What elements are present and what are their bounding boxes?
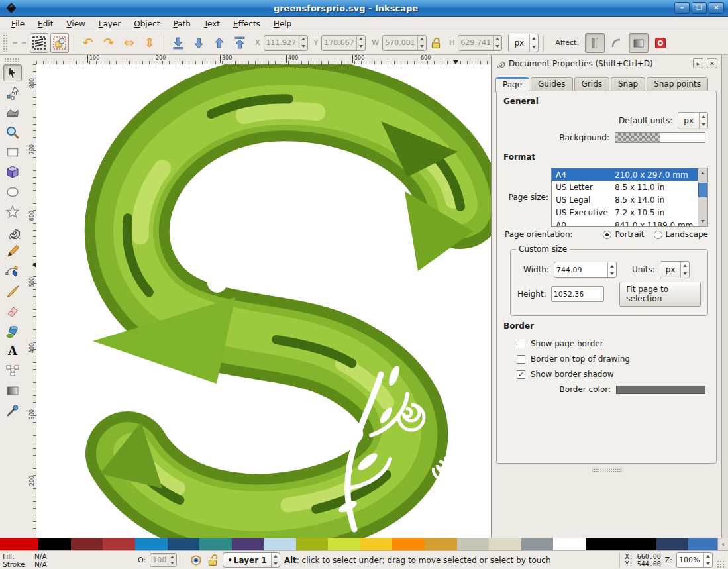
panel-close-button[interactable]: ✕ <box>707 58 717 68</box>
dropdown-arrows-icon[interactable] <box>680 262 689 278</box>
title-bar[interactable]: greensforsprio.svg - Inkscape – ❐ ✕ <box>0 0 728 17</box>
tool-text-button[interactable]: A <box>3 342 22 360</box>
toolbar-grip[interactable] <box>3 34 8 52</box>
palette-swatch[interactable] <box>457 538 490 550</box>
layer-visibility-eye-icon[interactable] <box>189 555 203 566</box>
h-field[interactable] <box>458 35 502 51</box>
x-field[interactable] <box>264 35 308 51</box>
menu-text[interactable]: Text <box>198 18 226 30</box>
palette-swatch[interactable] <box>425 538 457 550</box>
scale-corners-toggle[interactable] <box>607 33 627 53</box>
tool-rectangle-button[interactable] <box>3 144 22 161</box>
page-size-row-us-letter[interactable]: US Letter8.5 x 11.0 in <box>552 181 698 193</box>
menu-path[interactable]: Path <box>167 18 196 30</box>
palette-swatch[interactable] <box>656 538 689 550</box>
tool-tweak-button[interactable] <box>3 104 22 121</box>
tool-selector-button[interactable] <box>3 64 22 81</box>
page-size-row-us-legal[interactable]: US Legal8.5 x 14.0 in <box>552 193 698 206</box>
tool-eraser-button[interactable] <box>3 303 22 320</box>
tool-gradient-button[interactable] <box>3 382 22 399</box>
zoom-field[interactable] <box>676 552 713 568</box>
close-button[interactable]: ✕ <box>709 2 724 14</box>
palette-swatch[interactable] <box>199 538 232 550</box>
palette-swatch[interactable] <box>328 538 360 550</box>
default-units-dropdown[interactable]: px <box>678 112 708 129</box>
scroll-down-icon[interactable] <box>698 217 707 226</box>
menu-help[interactable]: Help <box>268 18 297 30</box>
maximize-button[interactable]: ❐ <box>692 2 707 14</box>
raise-button[interactable] <box>210 33 229 53</box>
raise-to-top-button[interactable] <box>231 33 249 53</box>
menu-edit[interactable]: Edit <box>32 18 59 30</box>
tool-paint-bucket-button[interactable] <box>3 323 22 340</box>
palette-swatch[interactable] <box>521 538 554 550</box>
spinner-arrows-icon[interactable] <box>493 36 501 50</box>
custom-units-dropdown[interactable]: px <box>660 261 690 278</box>
background-color-swatch[interactable] <box>615 132 705 143</box>
menu-file[interactable]: File <box>5 18 30 30</box>
spinner-arrows-icon[interactable] <box>168 554 176 566</box>
y-field[interactable] <box>321 35 366 51</box>
scroll-up-icon[interactable] <box>698 168 707 178</box>
palette-swatch[interactable] <box>392 538 425 550</box>
window-resize-grip[interactable] <box>717 560 725 569</box>
palette-swatch[interactable] <box>489 538 521 550</box>
menu-object[interactable]: Object <box>128 18 166 30</box>
page-size-row-a0[interactable]: A0841.0 x 1189.0 mm <box>552 219 698 227</box>
move-gradients-toggle[interactable] <box>629 33 649 53</box>
vertical-ruler[interactable]: 800 700 600 500 400 300 200 <box>25 64 36 538</box>
landscape-radio[interactable]: Landscape <box>654 230 708 239</box>
menu-effects[interactable]: Effects <box>227 18 266 30</box>
tool-3d-box-button[interactable] <box>3 164 22 181</box>
w-field[interactable] <box>382 35 427 51</box>
dock-edge-strip[interactable] <box>721 55 728 538</box>
tab-grids[interactable]: Grids <box>574 77 609 91</box>
lower-to-bottom-button[interactable] <box>169 33 187 53</box>
palette-swatch[interactable] <box>232 538 264 550</box>
palette-swatch[interactable] <box>168 538 200 550</box>
dropdown-arrows-icon[interactable] <box>271 553 280 567</box>
tab-page[interactable]: Page <box>495 77 529 92</box>
page-size-row-a4[interactable]: A4210.0 x 297.0 mm <box>552 168 698 181</box>
tool-spiral-button[interactable] <box>3 223 22 240</box>
rotate-cw-button[interactable]: ↷ <box>99 33 118 53</box>
palette-swatch[interactable] <box>586 538 656 550</box>
flip-horizontal-button[interactable]: ⇔ <box>120 33 138 53</box>
tool-pencil-button[interactable] <box>3 243 22 260</box>
palette-swatch[interactable] <box>103 538 135 550</box>
portrait-radio[interactable]: Portrait <box>603 230 644 239</box>
spinner-arrows-icon[interactable] <box>417 36 426 50</box>
border-color-swatch[interactable] <box>616 386 705 394</box>
page-size-row-us-executive[interactable]: US Executive7.2 x 10.5 in <box>552 206 698 219</box>
menu-view[interactable]: View <box>60 18 91 30</box>
tab-snap-points[interactable]: Snap points <box>647 77 708 91</box>
layer-lock-icon[interactable] <box>207 554 219 566</box>
lower-button[interactable] <box>189 33 208 53</box>
rotate-ccw-button[interactable]: ↶ <box>79 33 97 53</box>
lock-dimensions-icon[interactable] <box>430 37 442 49</box>
dropdown-arrows-icon[interactable] <box>529 34 538 52</box>
tool-bezier-pen-button[interactable] <box>3 263 22 280</box>
page-size-scrollbar[interactable] <box>698 168 708 227</box>
tool-calligraphy-button[interactable] <box>3 283 22 300</box>
palette-swatch[interactable] <box>553 538 586 550</box>
flip-vertical-button[interactable]: ⇕ <box>140 33 159 53</box>
panel-resize-grip[interactable] <box>592 468 622 473</box>
tool-ellipse-button[interactable] <box>3 183 22 201</box>
canvas[interactable] <box>36 64 491 538</box>
tab-guides[interactable]: Guides <box>531 77 573 91</box>
spinner-arrows-icon[interactable] <box>299 36 307 50</box>
palette-swatch[interactable] <box>688 538 717 550</box>
tool-zoom-button[interactable] <box>3 124 22 141</box>
palette-swatch[interactable] <box>71 538 103 550</box>
fill-value[interactable]: N/A <box>34 552 134 560</box>
palette-swatch[interactable] <box>360 538 393 550</box>
scale-stroke-toggle[interactable] <box>585 33 605 53</box>
page-size-list[interactable]: A4210.0 x 297.0 mm US Letter8.5 x 11.0 i… <box>551 168 698 227</box>
tool-star-button[interactable] <box>3 203 22 221</box>
spinner-arrows-icon[interactable] <box>356 36 365 50</box>
stroke-value[interactable]: N/A <box>34 560 134 568</box>
panel-dock-button[interactable]: ▸ <box>693 58 703 68</box>
show-page-border-checkbox[interactable]: Show page border <box>517 339 708 348</box>
border-on-top-checkbox[interactable]: Border on top of drawing <box>517 354 708 364</box>
